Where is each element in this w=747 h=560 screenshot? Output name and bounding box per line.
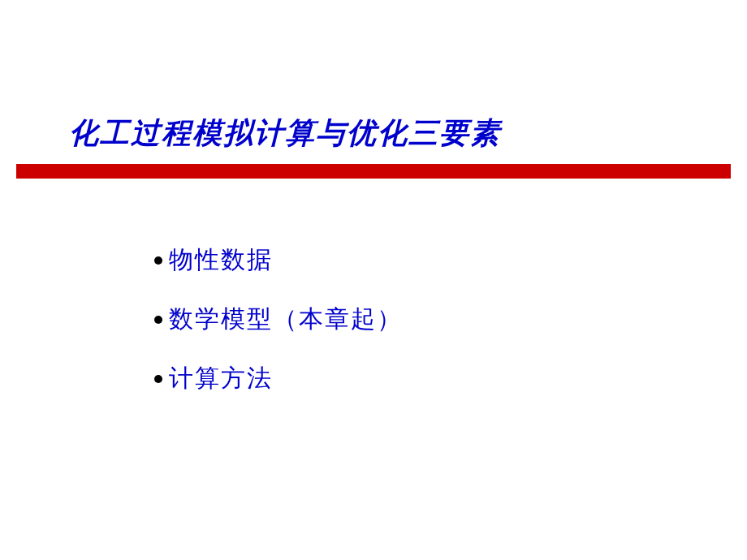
slide-container: 化工过程模拟计算与优化三要素 物性数据 数学模型（本章起） 计算方法 bbox=[0, 0, 747, 560]
list-item-text: 计算方法 bbox=[169, 362, 273, 395]
title-underline-bar bbox=[16, 164, 731, 179]
list-item: 数学模型（本章起） bbox=[154, 303, 403, 336]
list-item: 计算方法 bbox=[154, 362, 403, 395]
list-item-text: 数学模型（本章起） bbox=[169, 303, 403, 336]
slide-title: 化工过程模拟计算与优化三要素 bbox=[69, 114, 501, 153]
content-list: 物性数据 数学模型（本章起） 计算方法 bbox=[154, 243, 403, 421]
bullet-icon bbox=[154, 256, 162, 265]
list-item-text: 物性数据 bbox=[169, 243, 273, 277]
bullet-icon bbox=[154, 316, 162, 324]
list-item: 物性数据 bbox=[154, 243, 403, 277]
bullet-icon bbox=[154, 375, 162, 383]
